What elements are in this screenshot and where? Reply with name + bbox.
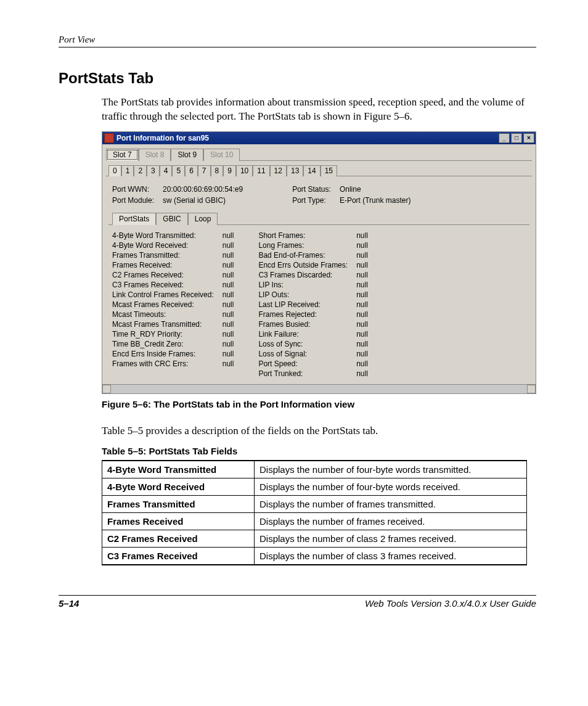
slot-tab[interactable]: Slot 7: [106, 149, 139, 161]
stat-value: null: [223, 359, 234, 368]
stat-label: Link Control Frames Received:: [112, 290, 214, 299]
port-tab-row: 0123456789101112131415: [102, 161, 536, 176]
stat-value: null: [223, 340, 234, 348]
port-tab[interactable]: 4: [160, 165, 173, 176]
stat-label: Port Trunked:: [258, 369, 348, 378]
stats-subtab[interactable]: GBIC: [156, 213, 187, 225]
horizontal-scrollbar[interactable]: [102, 384, 536, 393]
stat-label: LIP Ins:: [258, 281, 348, 289]
stats-subtab[interactable]: PortStats: [112, 213, 156, 225]
intro-paragraph: The PortStats tab provides information a…: [102, 96, 536, 124]
stat-value: null: [356, 310, 368, 319]
window-titlebar[interactable]: Port Information for san95 _ □ ×: [102, 132, 536, 144]
slot-tab[interactable]: Slot 9: [171, 149, 203, 161]
stat-value: null: [223, 281, 234, 289]
info-value: 20:00:00:60:69:00:54:e9: [163, 185, 243, 194]
app-icon: [104, 133, 114, 143]
info-label: Port WWN:: [112, 185, 154, 194]
stat-value: null: [356, 330, 368, 339]
field-name: C3 Frames Received: [102, 547, 255, 565]
table-row: Frames TransmittedDisplays the number of…: [102, 495, 527, 512]
stat-label: C3 Frames Received:: [112, 281, 214, 289]
info-value: sw (Serial id GBIC): [163, 196, 243, 205]
stat-label: C3 Frames Discarded:: [258, 271, 348, 279]
stat-value: null: [223, 290, 234, 299]
port-tab[interactable]: 10: [236, 165, 253, 176]
stat-value: null: [223, 251, 234, 260]
port-tab[interactable]: 6: [185, 165, 198, 176]
stat-value: null: [356, 241, 368, 250]
table-row: 4-Byte Word ReceivedDisplays the number …: [102, 478, 527, 495]
stat-label: Long Frames:: [258, 241, 348, 250]
stat-value: null: [223, 271, 234, 279]
stat-label: Link Failure:: [258, 330, 348, 339]
stat-value: null: [356, 231, 368, 240]
stat-value: null: [223, 231, 234, 240]
port-tab[interactable]: 0: [108, 165, 121, 176]
stat-label: Loss of Signal:: [258, 350, 348, 358]
field-desc: Displays the number of frames received.: [255, 512, 527, 530]
stat-label: Port Speed:: [258, 359, 348, 368]
port-tab[interactable]: 13: [287, 165, 303, 176]
stat-label: Bad End-of-Frames:: [258, 251, 348, 260]
port-tab[interactable]: 9: [223, 165, 236, 176]
stat-label: 4-Byte Word Transmitted:: [112, 231, 214, 240]
port-tab[interactable]: 11: [253, 165, 269, 176]
port-tab[interactable]: 12: [270, 165, 287, 176]
close-button[interactable]: ×: [523, 133, 534, 143]
field-name: Frames Received: [102, 512, 255, 530]
slot-tab-row: Slot 7Slot 8Slot 9Slot 10: [102, 144, 536, 160]
maximize-button[interactable]: □: [511, 133, 522, 143]
port-tab[interactable]: 1: [121, 165, 134, 176]
running-head: Port View: [59, 35, 536, 45]
port-tab[interactable]: 15: [321, 165, 337, 176]
info-value: Online: [340, 185, 411, 194]
stat-label: Frames with CRC Errs:: [112, 359, 214, 368]
table-intro-paragraph: Table 5–5 provides a description of the …: [102, 424, 536, 438]
stat-value: null: [356, 251, 368, 260]
info-label: Port Type:: [292, 196, 331, 205]
stat-label: Encd Errs Inside Frames:: [112, 350, 214, 358]
page-footer: 5–14 Web Tools Version 3.0.x/4.0.x User …: [59, 595, 536, 609]
stat-value: null: [223, 241, 234, 250]
stat-value: null: [223, 300, 234, 309]
port-tab[interactable]: 2: [134, 165, 147, 176]
stat-value: null: [223, 261, 234, 269]
port-tab[interactable]: 14: [303, 165, 320, 176]
stat-value: null: [356, 290, 368, 299]
field-name: 4-Byte Word Received: [102, 478, 255, 495]
subtab-row: PortStatsGBICLoop: [102, 207, 536, 224]
port-tab[interactable]: 3: [147, 165, 160, 176]
table-row: 4-Byte Word TransmittedDisplays the numb…: [102, 461, 527, 478]
stat-value: null: [356, 271, 368, 279]
fields-table: 4-Byte Word TransmittedDisplays the numb…: [102, 460, 527, 565]
stat-value: null: [356, 350, 368, 358]
port-tab[interactable]: 5: [172, 165, 185, 176]
port-tab[interactable]: 8: [211, 165, 224, 176]
minimize-button[interactable]: _: [499, 133, 510, 143]
port-tab[interactable]: 7: [198, 165, 211, 176]
table-row: C2 Frames ReceivedDisplays the number of…: [102, 530, 527, 547]
stat-label: Frames Transmitted:: [112, 251, 214, 260]
stat-label: Frames Rejected:: [258, 310, 348, 319]
stat-label: Mcast Timeouts:: [112, 310, 214, 319]
field-desc: Displays the number of class 2 frames re…: [255, 530, 527, 547]
slot-tab: Slot 8: [139, 149, 171, 161]
stat-label: 4-Byte Word Received:: [112, 241, 214, 250]
figure-caption: Figure 5–6: The PortStats tab in the Por…: [102, 399, 536, 409]
stat-label: Mcast Frames Received:: [112, 300, 214, 309]
stat-value: null: [356, 359, 368, 368]
stats-subtab[interactable]: Loop: [188, 213, 218, 225]
stat-value: null: [356, 300, 368, 309]
field-desc: Displays the number of four-byte words r…: [255, 478, 527, 495]
stat-label: Frames Busied:: [258, 320, 348, 329]
stat-label: Short Frames:: [258, 231, 348, 240]
stat-value: null: [223, 350, 234, 358]
book-title: Web Tools Version 3.0.x/4.0.x User Guide: [365, 598, 536, 609]
stat-value: null: [356, 261, 368, 269]
info-area: Port WWN:20:00:00:60:69:00:54:e9Port Mod…: [102, 176, 536, 207]
stat-value: null: [356, 320, 368, 329]
table-row: Frames ReceivedDisplays the number of fr…: [102, 512, 527, 530]
slot-tab: Slot 10: [203, 149, 240, 161]
field-name: 4-Byte Word Transmitted: [102, 461, 255, 478]
